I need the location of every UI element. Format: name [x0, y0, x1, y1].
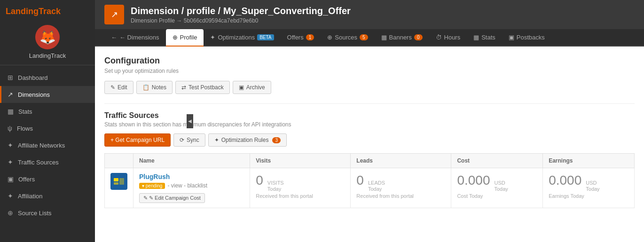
sidebar-item-stats[interactable]: ▦ Stats: [0, 103, 95, 120]
header-icon-box: ↗: [104, 5, 124, 24]
sidebar-label-traffic-sources: Traffic Sources: [18, 159, 59, 166]
tab-offers[interactable]: Offers 1: [281, 29, 321, 47]
col-header-leads: Leads: [351, 154, 451, 168]
source-view-link: - view - blacklist: [167, 182, 207, 189]
visits-desc: Received from this portal: [256, 193, 345, 199]
sidebar-item-offers[interactable]: ▣ Offers: [0, 171, 95, 187]
sidebar-item-source-lists[interactable]: ⊕ Source Lists: [0, 204, 95, 221]
table-row: PlugRush ▾ pending - view - blacklist ✎ …: [105, 168, 635, 208]
sources-icon: ⊕: [327, 34, 332, 41]
tab-hours[interactable]: ⏱ Hours: [429, 29, 467, 47]
traffic-sources-icon: ✦: [8, 158, 13, 166]
notes-icon: 📋: [142, 84, 149, 91]
tab-banners[interactable]: ▦ Banners 0: [375, 29, 429, 47]
main-content: ↗ Dimension / profile / My_Super_Convert…: [95, 0, 644, 242]
offers-count-badge: 1: [306, 34, 314, 40]
sidebar: LandingTrack 🦊 LandingTrack ⊞ Dashboard …: [0, 0, 95, 242]
page-title: Dimension / profile / My_Super_Convertin…: [131, 6, 351, 16]
cost-sub: Today: [495, 186, 508, 192]
earnings-sub: Today: [586, 186, 599, 192]
tab-optimizations-label: Optimizations: [218, 34, 255, 41]
tab-stats[interactable]: ▦ Stats: [467, 29, 502, 47]
sidebar-item-affiliate-networks[interactable]: ✦ Affiliate Networks: [0, 137, 95, 154]
stats-icon: ▦: [8, 108, 14, 115]
stats-tab-icon: ▦: [473, 34, 479, 41]
traffic-sources-actions: + Get Campaign URL ⟳ Sync ✦ Optimization…: [104, 133, 635, 147]
tab-banners-label: Banners: [389, 34, 412, 41]
sidebar-label-dashboard: Dashboard: [18, 74, 48, 81]
cost-desc: Cost Today: [457, 193, 537, 199]
user-avatar-section: 🦊 LandingTrack: [0, 21, 95, 65]
sidebar-nav: ⊞ Dashboard ↗ Dimensions ▦ Stats ψ Flows…: [0, 65, 95, 242]
leads-number: 0: [356, 173, 364, 188]
get-campaign-url-button[interactable]: + Get Campaign URL: [104, 133, 171, 147]
dashboard-icon: ⊞: [8, 74, 13, 81]
sync-button[interactable]: ⟳ Sync: [173, 133, 205, 147]
col-header-name: Name: [134, 154, 250, 168]
hours-icon: ⏱: [436, 34, 442, 41]
visits-label: VISITS: [267, 180, 284, 186]
svg-rect-2: [114, 182, 118, 185]
configuration-subtitle: Set up your optimization rules: [104, 68, 635, 74]
sidebar-item-flows[interactable]: ψ Flows: [0, 120, 95, 137]
test-postback-icon: ⇄: [181, 84, 186, 91]
earnings-desc: Earnings Today: [549, 193, 628, 199]
sidebar-item-traffic-sources[interactable]: ✦ Traffic Sources: [0, 154, 95, 171]
archive-icon: ▣: [239, 84, 244, 91]
offers-icon: ▣: [8, 175, 14, 183]
tab-profile[interactable]: ⊕ Profile: [166, 29, 204, 47]
sidebar-label-dimensions: Dimensions: [18, 91, 50, 98]
avatar: 🦊: [35, 25, 60, 49]
tab-postbacks[interactable]: ▣ Postbacks: [502, 29, 551, 47]
tab-sources[interactable]: ⊕ Sources 5: [321, 29, 374, 47]
source-logo: [110, 173, 127, 190]
edit-campaign-cost-button[interactable]: ✎ ✎ Edit Campaign Cost: [139, 193, 205, 203]
cost-cell: 0.000 USD Today Cost Today: [451, 168, 543, 208]
notes-button[interactable]: 📋 Notes: [136, 81, 173, 94]
cost-unit: USD: [495, 180, 508, 186]
optimization-rules-button[interactable]: ✦ Optimization Rules 3: [208, 133, 287, 147]
sidebar-item-dashboard[interactable]: ⊞ Dashboard: [0, 69, 95, 86]
leads-cell: 0 LEADS Today Received from this portal: [351, 168, 451, 208]
source-name-cell: PlugRush ▾ pending - view - blacklist ✎ …: [134, 168, 250, 208]
page-subtitle: Dimension Profile → 5b066cd09594ca7ebd79…: [131, 17, 351, 24]
affiliation-icon: ✦: [8, 192, 13, 200]
svg-rect-3: [119, 178, 124, 185]
sidebar-label-affiliation: Affiliation: [18, 193, 43, 200]
user-label: LandingTrack: [29, 52, 66, 59]
source-name-link[interactable]: PlugRush: [139, 173, 244, 180]
traffic-sources-title: Traffic Sources: [104, 111, 635, 120]
traffic-sources-subtitle: Stats shown in this section has minimum …: [104, 121, 635, 128]
edit-button[interactable]: ✎ Edit: [104, 81, 134, 94]
earnings-cell: 0.000 USD Today Earnings Today: [543, 168, 635, 208]
edit-icon: ✎: [110, 84, 115, 91]
page-header: ↗ Dimension / profile / My_Super_Convert…: [95, 0, 644, 29]
sources-count-badge: 5: [360, 34, 368, 40]
tab-hours-label: Hours: [444, 34, 461, 41]
tab-dimensions[interactable]: ← ← Dimensions: [104, 29, 166, 47]
col-header-earnings: Earnings: [543, 154, 635, 168]
test-postback-button[interactable]: ⇄ Test Postback: [175, 81, 230, 94]
sidebar-item-affiliation[interactable]: ✦ Affiliation: [0, 187, 95, 204]
sidebar-toggle[interactable]: ◀: [187, 114, 193, 128]
col-header-visits: Visits: [250, 154, 351, 168]
sidebar-item-dimensions[interactable]: ↗ Dimensions: [0, 86, 95, 103]
affiliate-networks-icon: ✦: [8, 141, 13, 149]
svg-rect-1: [114, 178, 118, 181]
configuration-actions: ✎ Edit 📋 Notes ⇄ Test Postback ▣ Archive: [104, 81, 635, 94]
pending-badge: ▾ pending: [139, 183, 165, 189]
tab-optimizations[interactable]: ✦ Optimizations BETA: [204, 29, 280, 47]
configuration-title: Configuration: [104, 56, 635, 66]
flows-icon: ψ: [8, 125, 12, 132]
optimizations-icon: ✦: [210, 34, 215, 41]
header-arrow-icon: ↗: [111, 9, 118, 20]
archive-button[interactable]: ▣ Archive: [233, 81, 271, 94]
beta-badge: BETA: [257, 34, 274, 40]
sidebar-label-offers: Offers: [18, 176, 35, 183]
dimensions-icon: ↗: [8, 91, 13, 98]
optimization-count-badge: 3: [272, 137, 281, 143]
optimization-icon: ✦: [214, 137, 219, 143]
leads-label: LEADS: [368, 180, 385, 186]
sidebar-label-stats: Stats: [18, 108, 32, 115]
earnings-number: 0.000: [549, 173, 581, 188]
